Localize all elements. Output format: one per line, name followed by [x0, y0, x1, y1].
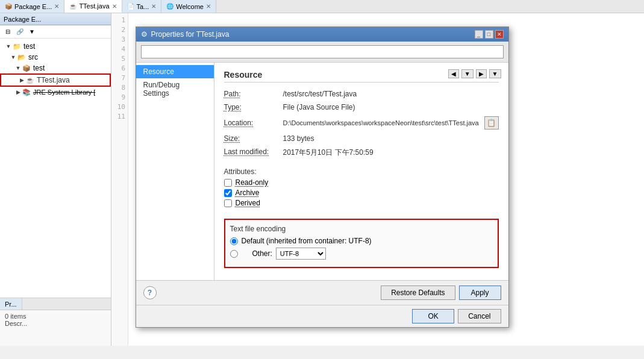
tab-welcome-close[interactable]: ✕ [206, 3, 211, 10]
readonly-label: Read-only [236, 178, 269, 187]
dialog-icon: ⚙ [141, 30, 148, 39]
archive-checkbox[interactable] [224, 189, 232, 197]
dialog-bottom-bar: ? Restore Defaults Apply [136, 280, 508, 305]
dialog-maximize-button[interactable]: □ [485, 30, 493, 39]
path-label: Path: [224, 90, 278, 98]
tab-ttest[interactable]: ☕ TTest.java ✕ [64, 0, 122, 13]
size-label: Size: [224, 134, 278, 143]
encoding-other-container: Other: UTF-8 UTF-16 ISO-8859-1 US-ASCII [252, 248, 326, 260]
dialog-nav-resource[interactable]: Resource [136, 65, 214, 78]
archive-label: Archive [236, 189, 260, 197]
size-value: 133 bytes [283, 134, 499, 143]
location-value: D:\Documents\workspaces\workspaceNeon\te… [283, 119, 480, 126]
encoding-other-label: Other: [252, 249, 272, 258]
type-value: File (Java Source File) [283, 103, 499, 111]
tab-welcome[interactable]: 🌐 Welcome ✕ [161, 0, 216, 13]
dialog-minimize-button[interactable]: _ [475, 30, 483, 39]
dialog-overlay: ⚙ Properties for TTest.java _ □ ✕ Resour… [0, 13, 644, 359]
dialog-main-content: Resource ◀ ▼ ▶ ▼ Path: /test/src/test/TT… [214, 63, 508, 280]
tab-bar: 📦 Package E... ✕ ☕ TTest.java ✕ 📄 Ta... … [0, 0, 644, 13]
dialog-nav-run-debug[interactable]: Run/Debug Settings [136, 78, 214, 100]
tab-package-explorer-close[interactable]: ✕ [54, 3, 59, 10]
location-browse-button[interactable]: 📋 [484, 116, 499, 130]
readonly-checkbox-row: Read-only [224, 178, 499, 187]
properties-dialog: ⚙ Properties for TTest.java _ □ ✕ Resour… [136, 27, 509, 328]
location-browse-icon: 📋 [487, 119, 496, 127]
path-row: Path: /test/src/test/TTest.java [224, 90, 499, 98]
encoding-title: Text file encoding [230, 225, 493, 233]
dialog-search-input[interactable] [141, 45, 504, 58]
encoding-default-label: Default (inherited from container: UTF-8… [242, 237, 372, 245]
path-value: /test/src/test/TTest.java [283, 90, 499, 98]
dialog-search-area [136, 42, 508, 63]
type-label: Type: [224, 103, 278, 111]
encoding-other-row: Other: UTF-8 UTF-16 ISO-8859-1 US-ASCII [230, 248, 493, 260]
dialog-titlebar: ⚙ Properties for TTest.java _ □ ✕ [136, 27, 508, 42]
dialog-close-button[interactable]: ✕ [495, 30, 504, 39]
back-arrow-button[interactable]: ◀ [448, 69, 459, 78]
dropdown-arrow-button[interactable]: ▼ [489, 69, 501, 78]
dialog-action-buttons: Restore Defaults Apply [381, 286, 501, 300]
encoding-default-radio[interactable] [230, 237, 238, 245]
forward-arrow-button[interactable]: ▶ [476, 69, 487, 78]
dialog-body: Resource Run/Debug Settings Resource ◀ ▼… [136, 63, 508, 280]
dialog-ok-cancel-bar: OK Cancel [136, 305, 508, 327]
type-row: Type: File (Java Source File) [224, 103, 499, 111]
tab-ttest-close[interactable]: ✕ [112, 3, 117, 10]
location-row: Location: D:\Documents\workspaces\worksp… [224, 116, 499, 130]
tab-ta-close[interactable]: ✕ [151, 3, 156, 10]
last-modified-label: Last modified: [224, 148, 278, 156]
dialog-title-icon-and-text: ⚙ Properties for TTest.java [141, 30, 230, 39]
dialog-nav: Resource Run/Debug Settings [136, 63, 214, 280]
attributes-title: Attributes: [224, 167, 499, 176]
encoding-default-row: Default (inherited from container: UTF-8… [230, 237, 493, 245]
archive-checkbox-row: Archive [224, 189, 499, 197]
dialog-titlebar-buttons: _ □ ✕ [475, 30, 504, 39]
last-modified-row: Last modified: 2017年5月10日 下午7:50:59 [224, 148, 499, 158]
tab-ta-label: Ta... [137, 3, 149, 10]
down-arrow-button[interactable]: ▼ [461, 69, 474, 78]
nav-arrows: ◀ ▼ ▶ ▼ [448, 69, 501, 78]
derived-checkbox[interactable] [224, 199, 232, 207]
readonly-checkbox[interactable] [224, 179, 232, 187]
tab-package-explorer[interactable]: 📦 Package E... ✕ [0, 0, 64, 13]
tab-ttest-label: TTest.java [79, 2, 109, 10]
encoding-other-radio[interactable] [230, 250, 238, 258]
apply-button[interactable]: Apply [459, 286, 501, 300]
encoding-select[interactable]: UTF-8 UTF-16 ISO-8859-1 US-ASCII [276, 248, 326, 260]
dialog-help-button[interactable]: ? [143, 286, 157, 299]
tab-package-explorer-label: Package E... [14, 3, 52, 10]
last-modified-value: 2017年5月10日 下午7:50:59 [283, 148, 499, 158]
tab-ta[interactable]: 📄 Ta... ✕ [122, 0, 162, 13]
derived-checkbox-row: Derived [224, 199, 499, 207]
encoding-section: Text file encoding Default (inherited fr… [224, 219, 499, 268]
location-label: Location: [224, 119, 278, 127]
attributes-section: Attributes: Read-only Archive Derived [224, 167, 499, 209]
restore-defaults-button[interactable]: Restore Defaults [381, 286, 455, 300]
cancel-button[interactable]: Cancel [458, 309, 501, 323]
tab-welcome-label: Welcome [176, 3, 204, 10]
ok-button[interactable]: OK [412, 309, 454, 323]
size-row: Size: 133 bytes [224, 134, 499, 143]
derived-label: Derived [236, 199, 260, 207]
dialog-title-label: Properties for TTest.java [151, 30, 230, 39]
